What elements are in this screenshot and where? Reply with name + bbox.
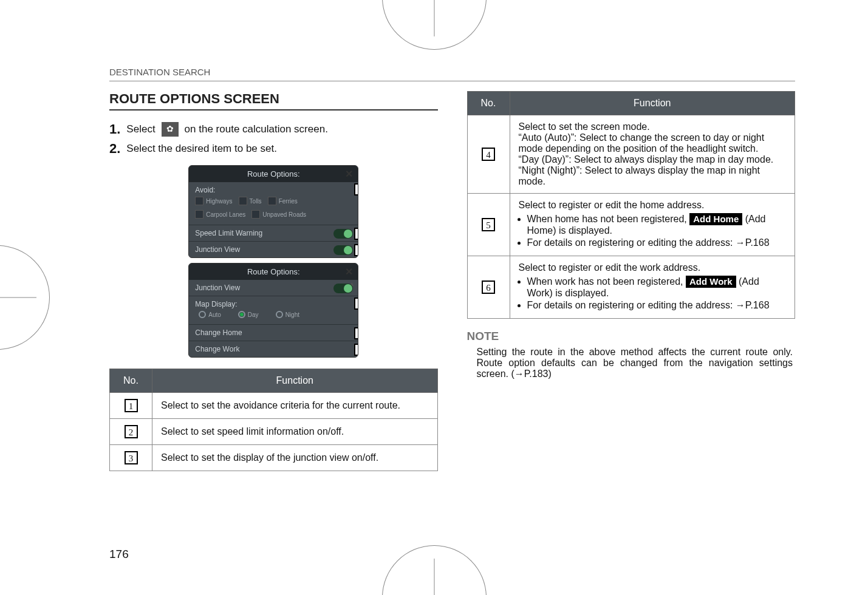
shot2-junction-label: Junction View <box>195 284 240 292</box>
step-2-text: Select the desired item to be set. <box>126 143 277 155</box>
shot1-unpaved: Unpaved Roads <box>251 210 306 219</box>
section-rule <box>109 109 438 110</box>
page-number: 176 <box>109 548 129 561</box>
crop-mark-top <box>377 0 492 61</box>
step-2: 2. Select the desired item to be set. <box>109 141 438 157</box>
shot1-highways: Highways <box>195 197 232 205</box>
step-2-number: 2. <box>109 141 120 157</box>
shot1-ferries: Ferries <box>268 197 298 205</box>
note-heading: NOTE <box>467 330 796 343</box>
shot1-speed-label: Speed Limit Warning <box>195 229 262 237</box>
screenshot-route-options-bottom: Route Options: ✕ ▲ Junction View Map Dis… <box>188 263 358 358</box>
shot1-avoid-label: Avoid: <box>195 186 215 194</box>
shot1-junction-label: Junction View <box>195 245 240 254</box>
step-1-text-b: on the route calculation screen. <box>185 123 328 135</box>
crop-mark-left <box>0 240 61 355</box>
step-1: 1. Select on the route calculation scree… <box>109 121 438 137</box>
callout-2: 2 <box>354 228 358 240</box>
callout-4: 4 <box>354 298 358 310</box>
shot2-close-icon: ✕ <box>345 266 353 277</box>
shot1-avoid-section: Avoid: 1 Highways Tolls Ferries Carpool … <box>189 182 358 225</box>
row1-index: 1 <box>125 399 138 412</box>
shot2-auto: Auto <box>199 311 221 318</box>
shot2-junction-toggle <box>333 284 353 293</box>
shot2-junction-row: Junction View <box>189 280 358 296</box>
shot1-speed-row: Speed Limit Warning 2 <box>189 225 358 241</box>
row1-text: Select to set the avoidance criteria for… <box>152 393 438 419</box>
table-row: 3 Select to set the display of the junct… <box>110 445 438 471</box>
shot2-title: Route Options: <box>247 267 300 276</box>
shot1-junction-toggle <box>333 245 353 255</box>
steps: 1. Select on the route calculation scree… <box>109 121 438 157</box>
left-column: ROUTE OPTIONS SCREEN 1. Select on the ro… <box>109 91 438 471</box>
note-text: Setting the route in the above method af… <box>467 347 796 379</box>
page-content: DESTINATION SEARCH ROUTE OPTIONS SCREEN … <box>109 67 795 559</box>
row3-index: 3 <box>125 451 138 464</box>
row6-index: 6 <box>482 280 495 294</box>
shot1-tolls: Tolls <box>239 197 262 205</box>
th-function: Function <box>152 369 438 393</box>
shot2-day: Day <box>238 311 259 318</box>
shot2-night: Night <box>276 311 299 318</box>
chapter-heading: DESTINATION SEARCH <box>109 67 795 77</box>
shot2-change-home-label: Change Home <box>195 328 242 337</box>
row2-index: 2 <box>125 425 138 438</box>
chapter-rule <box>109 81 795 81</box>
row3-text: Select to set the display of the junctio… <box>152 445 438 471</box>
th-function-r: Function <box>510 92 795 115</box>
shot2-change-work-label: Change Work <box>195 345 239 353</box>
screenshot-route-options-top: Route Options: ✕ Avoid: 1 Highways Tolls… <box>188 165 358 258</box>
step-1-text-a: Select <box>126 123 155 135</box>
gear-icon <box>162 122 179 137</box>
add-work-chip: Add Work <box>686 276 736 288</box>
callout-6: 6 <box>354 344 358 356</box>
shot1-junction-row: Junction View 3 <box>189 241 358 257</box>
section-title: ROUTE OPTIONS SCREEN <box>109 91 438 107</box>
step-1-number: 1. <box>109 121 120 137</box>
shot1-title: Route Options: <box>247 169 300 178</box>
callout-1: 1 <box>354 183 358 195</box>
row5-text: Select to register or edit the home addr… <box>510 194 795 256</box>
row4-index: 4 <box>482 148 495 161</box>
th-no-r: No. <box>467 92 510 115</box>
table-row: 6 Select to register or edit the work ad… <box>467 256 795 319</box>
shot2-mapdisplay-section: Map Display: 4 Auto Day Night <box>189 296 358 324</box>
right-column: No. Function 4 Select to set the screen … <box>467 91 796 471</box>
row4-text: Select to set the screen mode. “Auto (Au… <box>510 115 795 194</box>
add-home-chip: Add Home <box>689 213 742 225</box>
shot2-titlebar: Route Options: ✕ <box>189 264 358 280</box>
table-row: 4 Select to set the screen mode. “Auto (… <box>467 115 795 194</box>
function-table-right: No. Function 4 Select to set the screen … <box>467 91 796 319</box>
row6-text: Select to register or edit the work addr… <box>510 256 795 319</box>
shot1-titlebar: Route Options: ✕ <box>189 166 358 182</box>
shot2-change-work-row: Change Work 6 <box>189 341 358 357</box>
callout-5: 5 <box>354 327 358 339</box>
shot2-change-home-row: Change Home 5 <box>189 324 358 341</box>
shot1-carpool: Carpool Lanes <box>195 210 245 219</box>
th-no: No. <box>110 369 152 393</box>
function-table-left: No. Function 1 Select to set the avoidan… <box>109 369 438 471</box>
row2-text: Select to set speed limit information on… <box>152 419 438 445</box>
screenshots: Route Options: ✕ Avoid: 1 Highways Tolls… <box>109 165 438 358</box>
table-row: 5 Select to register or edit the home ad… <box>467 194 795 256</box>
row5-index: 5 <box>482 218 495 231</box>
table-row: 2 Select to set speed limit information … <box>110 419 438 445</box>
shot1-close-icon: ✕ <box>345 168 353 180</box>
shot1-speed-toggle <box>333 229 353 239</box>
table-row: 1 Select to set the avoidance criteria f… <box>110 393 438 419</box>
callout-3: 3 <box>354 244 358 256</box>
shot2-mapdisplay-label: Map Display: <box>195 300 237 308</box>
